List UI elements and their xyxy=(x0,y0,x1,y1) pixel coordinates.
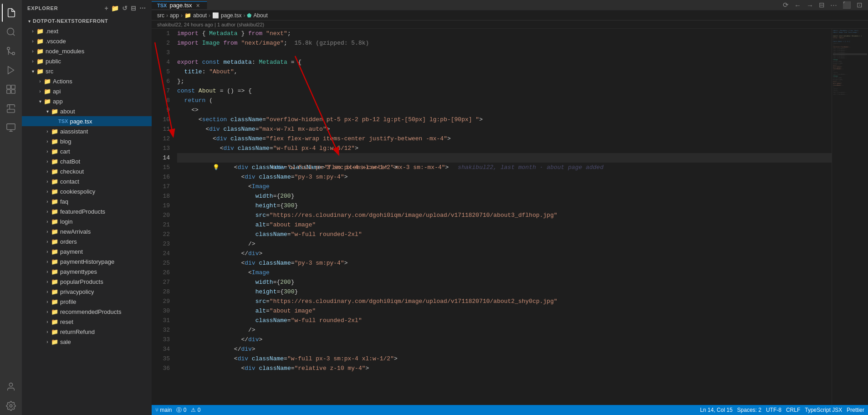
sidebar-item-page-tsx[interactable]: › TSX page.tsx xyxy=(22,116,152,126)
breadcrumb-app[interactable]: app xyxy=(170,12,179,19)
contact-folder-icon: 📁 xyxy=(51,178,58,185)
sidebar-item-cart[interactable]: › 📁 cart xyxy=(22,146,152,156)
settings-icon[interactable] xyxy=(2,397,20,415)
status-formatter[interactable]: Prettier xyxy=(847,407,864,413)
sidebar-item-cookiespolicy[interactable]: › 📁 cookiespolicy xyxy=(22,186,152,196)
status-encoding[interactable]: UTF-8 xyxy=(766,407,781,413)
blog-folder-icon: 📁 xyxy=(51,138,58,145)
status-git-branch[interactable]: ⑂ main xyxy=(155,407,172,413)
breadcrumb-pagetsx[interactable]: page.tsx xyxy=(221,12,241,19)
breadcrumb-about[interactable]: about xyxy=(193,12,207,19)
go-forward-icon[interactable]: → xyxy=(805,0,815,10)
returnrefund-label: returnRefund xyxy=(60,328,95,335)
svg-point-10 xyxy=(9,383,12,386)
sidebar-item-public[interactable]: › 📁 public xyxy=(22,56,152,66)
sidebar-item-contact[interactable]: › 📁 contact xyxy=(22,176,152,186)
ln-2: 2 xyxy=(155,38,170,48)
run-debug-icon[interactable] xyxy=(2,61,20,79)
sidebar-item-blog[interactable]: › 📁 blog xyxy=(22,136,152,146)
customize-layout-icon[interactable]: ⊡ xyxy=(855,0,864,10)
collapse-icon[interactable]: ⊟ xyxy=(131,5,137,12)
sidebar-item-api[interactable]: › 📁 api xyxy=(22,86,152,96)
sidebar-item-privacypolicy[interactable]: › 📁 privacypolicy xyxy=(22,287,152,297)
status-spaces[interactable]: Spaces: 2 xyxy=(737,407,761,413)
sidebar-item-next[interactable]: › 📁 .next xyxy=(22,26,152,36)
more-actions-icon[interactable]: ⋯ xyxy=(828,0,839,10)
orders-arrow: › xyxy=(44,239,51,244)
code-line-13: <div className="w-full px-4 lg:w-6/12"> xyxy=(177,143,832,153)
sidebar-item-recommendedproducts[interactable]: › 📁 recommendedProducts xyxy=(22,307,152,317)
ln-1: 1 xyxy=(155,29,170,38)
timeline-icon[interactable]: ⟳ xyxy=(781,0,791,10)
sidebar-item-orders[interactable]: › 📁 orders xyxy=(22,236,152,246)
files-icon[interactable] xyxy=(2,4,20,22)
source-control-icon[interactable] xyxy=(2,42,20,60)
extensions-icon[interactable] xyxy=(2,80,20,98)
go-back-icon[interactable]: ← xyxy=(792,0,803,10)
svg-point-3 xyxy=(7,47,10,50)
minimap-content: import { Metadata } from "next"; import … xyxy=(832,29,868,96)
sidebar-item-node-modules[interactable]: › 📁 node_modules xyxy=(22,46,152,56)
code-line-3 xyxy=(177,48,832,57)
ln-11: 11 xyxy=(155,124,170,134)
status-eol[interactable]: CRLF xyxy=(786,407,800,413)
test-icon[interactable] xyxy=(2,99,20,118)
sidebar-item-paymenthistorypage[interactable]: › 📁 paymentHistorypage xyxy=(22,256,152,266)
node-modules-label: node_modules xyxy=(46,48,84,55)
sidebar-item-paymenttypes[interactable]: › 📁 paymenttypes xyxy=(22,266,152,277)
sidebar-header-icons: + 📁 ↺ ⊟ ⋯ xyxy=(104,5,146,12)
sidebar-item-profile[interactable]: › 📁 profile xyxy=(22,297,152,307)
ln-6: 6 xyxy=(155,77,170,86)
sidebar-item-faq[interactable]: › 📁 faq xyxy=(22,196,152,206)
split-editor-icon[interactable]: ⊟ xyxy=(817,0,827,10)
more-options-icon[interactable]: ⋯ xyxy=(139,5,146,12)
new-folder-icon[interactable]: 📁 xyxy=(111,5,119,12)
sidebar-item-about[interactable]: ▾ 📁 about xyxy=(22,106,152,116)
ln-15: 15 xyxy=(155,163,170,172)
svg-point-0 xyxy=(7,28,14,35)
code-line-15: <div className="w-full px-3 sm:px-4 xl:w… xyxy=(177,163,832,172)
orders-label: orders xyxy=(60,238,77,245)
breadcrumb-src[interactable]: src xyxy=(157,12,164,19)
code-line-28: height={300} xyxy=(177,287,832,297)
toggle-panel-icon[interactable]: ⬛ xyxy=(841,0,853,10)
app-label: app xyxy=(53,98,63,105)
svg-point-2 xyxy=(12,52,15,55)
sidebar-item-reset[interactable]: › 📁 reset xyxy=(22,317,152,327)
sidebar-item-popularproducts[interactable]: › 📁 popularProducts xyxy=(22,277,152,287)
search-icon[interactable] xyxy=(2,23,20,41)
recommendedproducts-arrow: › xyxy=(44,309,51,314)
sidebar-root[interactable]: ▾ DOTPOT-NEXTSTOREFRONT xyxy=(22,16,152,26)
refresh-icon[interactable]: ↺ xyxy=(122,5,128,12)
sidebar-item-src[interactable]: ▾ 📁 src xyxy=(22,66,152,76)
tab-page-tsx[interactable]: TSX page.tsx × xyxy=(152,1,207,9)
code-area[interactable]: import { Metadata } from "next"; import … xyxy=(174,29,832,405)
account-icon[interactable] xyxy=(2,378,20,396)
code-line-20: src="https://res.cloudinary.com/dgohi0iq… xyxy=(177,210,832,220)
sidebar-item-app[interactable]: ▾ 📁 app xyxy=(22,96,152,106)
status-language[interactable]: TypeScript JSX xyxy=(805,407,842,413)
status-position[interactable]: Ln 14, Col 15 xyxy=(700,407,732,413)
sidebar-item-login[interactable]: › 📁 login xyxy=(22,216,152,226)
sidebar-item-sale[interactable]: › 📁 sale xyxy=(22,337,152,347)
root-label: DOTPOT-NEXTSTOREFRONT xyxy=(33,18,108,24)
sidebar-item-actions[interactable]: › 📁 Actions xyxy=(22,76,152,86)
sidebar-item-checkout[interactable]: › 📁 checkout xyxy=(22,166,152,176)
sidebar-item-aiassistant[interactable]: › 📁 aiassistant xyxy=(22,126,152,136)
svg-rect-7 xyxy=(7,90,10,93)
status-warnings[interactable]: ⚠ 0 xyxy=(191,407,200,413)
sidebar-item-returnrefund[interactable]: › 📁 returnRefund xyxy=(22,327,152,337)
breadcrumb-about-component[interactable]: About xyxy=(253,12,267,19)
status-errors[interactable]: ⓪ 0 xyxy=(176,406,186,414)
remote-icon[interactable] xyxy=(2,118,20,137)
new-file-icon[interactable]: + xyxy=(104,5,108,12)
sidebar-item-newarrivals[interactable]: › 📁 newArrivals xyxy=(22,226,152,236)
sidebar-item-chatbot[interactable]: › 📁 chatBot xyxy=(22,156,152,166)
sidebar-item-featuredproducts[interactable]: › 📁 featuredProducts xyxy=(22,206,152,216)
public-label: public xyxy=(46,58,61,65)
sidebar-item-payment[interactable]: › 📁 payment xyxy=(22,246,152,256)
paymenttypes-label: paymenttypes xyxy=(60,268,97,275)
sidebar-item-vscode[interactable]: › 📁 .vscode xyxy=(22,36,152,46)
tab-close-button[interactable]: × xyxy=(195,2,201,9)
ln-23: 23 xyxy=(155,239,170,249)
